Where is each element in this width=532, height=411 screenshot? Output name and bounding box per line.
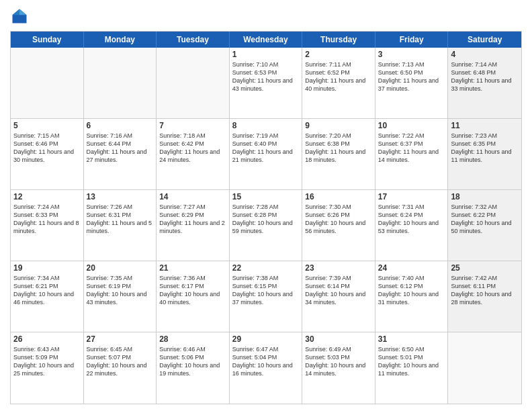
calendar-cell: 23 Sunrise: 7:39 AMSunset: 6:14 PMDaylig… [302, 261, 375, 332]
calendar-cell: 6 Sunrise: 7:16 AMSunset: 6:44 PMDayligh… [84, 119, 157, 189]
day-number: 11 [451, 121, 519, 130]
day-number: 22 [232, 263, 300, 273]
day-number: 18 [451, 192, 519, 201]
cell-info: Sunrise: 7:10 AMSunset: 6:53 PMDaylight:… [232, 61, 293, 92]
day-number: 23 [305, 263, 372, 273]
day-number: 17 [378, 192, 445, 201]
cell-info: Sunrise: 7:39 AMSunset: 6:14 PMDaylight:… [305, 275, 365, 306]
calendar-cell [157, 48, 230, 118]
day-number: 26 [13, 334, 81, 344]
day-number: 16 [305, 192, 372, 201]
day-number: 5 [13, 121, 81, 130]
day-number: 7 [159, 121, 226, 130]
day-number: 2 [305, 50, 372, 59]
day-number: 3 [378, 50, 445, 59]
calendar-row: 19 Sunrise: 7:34 AMSunset: 6:21 PMDaylig… [11, 261, 521, 332]
day-number: 10 [378, 121, 445, 130]
calendar-cell: 27 Sunrise: 6:45 AMSunset: 5:07 PMDaylig… [84, 332, 157, 404]
day-number: 31 [378, 334, 445, 344]
calendar-cell: 30 Sunrise: 6:49 AMSunset: 5:03 PMDaylig… [302, 332, 375, 404]
calendar-cell: 5 Sunrise: 7:15 AMSunset: 6:46 PMDayligh… [11, 119, 84, 189]
cell-info: Sunrise: 6:43 AMSunset: 5:09 PMDaylight:… [13, 346, 74, 377]
day-number: 25 [451, 263, 519, 273]
day-number: 14 [159, 192, 226, 201]
day-number: 19 [13, 263, 81, 273]
cell-info: Sunrise: 6:45 AMSunset: 5:07 PMDaylight:… [87, 346, 147, 377]
page-header [10, 7, 522, 26]
calendar-cell: 16 Sunrise: 7:30 AMSunset: 6:26 PMDaylig… [302, 190, 375, 261]
cell-info: Sunrise: 7:40 AMSunset: 6:12 PMDaylight:… [378, 275, 439, 306]
cell-info: Sunrise: 7:16 AMSunset: 6:44 PMDaylight:… [87, 132, 147, 163]
calendar-cell: 26 Sunrise: 6:43 AMSunset: 5:09 PMDaylig… [11, 332, 84, 404]
calendar-row: 12 Sunrise: 7:24 AMSunset: 6:33 PMDaylig… [11, 190, 521, 261]
calendar-cell: 17 Sunrise: 7:31 AMSunset: 6:24 PMDaylig… [375, 190, 449, 261]
cell-info: Sunrise: 7:42 AMSunset: 6:11 PMDaylight:… [451, 275, 511, 306]
calendar-cell [448, 332, 521, 404]
calendar-cell [11, 48, 84, 118]
calendar-cell: 21 Sunrise: 7:36 AMSunset: 6:17 PMDaylig… [157, 261, 230, 332]
calendar-cell: 31 Sunrise: 6:50 AMSunset: 5:01 PMDaylig… [375, 332, 449, 404]
day-number: 9 [305, 121, 372, 130]
cell-info: Sunrise: 7:34 AMSunset: 6:21 PMDaylight:… [13, 275, 74, 306]
day-number: 6 [87, 121, 154, 130]
cell-info: Sunrise: 6:46 AMSunset: 5:06 PMDaylight:… [159, 346, 220, 377]
weekday-header: Saturday [448, 32, 521, 48]
calendar-cell: 11 Sunrise: 7:23 AMSunset: 6:35 PMDaylig… [448, 119, 521, 189]
calendar: SundayMondayTuesdayWednesdayThursdayFrid… [10, 31, 522, 404]
calendar-cell: 28 Sunrise: 6:46 AMSunset: 5:06 PMDaylig… [157, 332, 230, 404]
svg-marker-2 [13, 9, 20, 15]
calendar-cell: 18 Sunrise: 7:32 AMSunset: 6:22 PMDaylig… [448, 190, 521, 261]
day-number: 27 [87, 334, 154, 344]
day-number: 13 [87, 192, 154, 201]
day-number: 4 [451, 50, 519, 59]
calendar-cell: 24 Sunrise: 7:40 AMSunset: 6:12 PMDaylig… [375, 261, 449, 332]
svg-marker-1 [19, 9, 27, 15]
calendar-cell: 29 Sunrise: 6:47 AMSunset: 5:04 PMDaylig… [230, 332, 303, 404]
day-number: 15 [232, 192, 300, 201]
cell-info: Sunrise: 7:36 AMSunset: 6:17 PMDaylight:… [159, 275, 220, 306]
cell-info: Sunrise: 6:49 AMSunset: 5:03 PMDaylight:… [305, 346, 365, 377]
logo [10, 7, 32, 26]
calendar-row: 1 Sunrise: 7:10 AMSunset: 6:53 PMDayligh… [11, 48, 521, 119]
cell-info: Sunrise: 7:35 AMSunset: 6:19 PMDaylight:… [87, 275, 147, 306]
cell-info: Sunrise: 7:11 AMSunset: 6:52 PMDaylight:… [305, 61, 365, 92]
calendar-cell [84, 48, 157, 118]
calendar-cell: 7 Sunrise: 7:18 AMSunset: 6:42 PMDayligh… [157, 119, 230, 189]
calendar-cell: 9 Sunrise: 7:20 AMSunset: 6:38 PMDayligh… [302, 119, 375, 189]
calendar-header: SundayMondayTuesdayWednesdayThursdayFrid… [11, 32, 521, 48]
calendar-row: 5 Sunrise: 7:15 AMSunset: 6:46 PMDayligh… [11, 119, 521, 190]
calendar-cell: 10 Sunrise: 7:22 AMSunset: 6:37 PMDaylig… [375, 119, 449, 189]
cell-info: Sunrise: 7:23 AMSunset: 6:35 PMDaylight:… [451, 132, 511, 163]
cell-info: Sunrise: 7:32 AMSunset: 6:22 PMDaylight:… [451, 203, 511, 234]
cell-info: Sunrise: 7:19 AMSunset: 6:40 PMDaylight:… [232, 132, 293, 163]
cell-info: Sunrise: 7:38 AMSunset: 6:15 PMDaylight:… [232, 275, 293, 306]
calendar-cell: 8 Sunrise: 7:19 AMSunset: 6:40 PMDayligh… [230, 119, 303, 189]
cell-info: Sunrise: 7:26 AMSunset: 6:31 PMDaylight:… [87, 203, 152, 234]
cell-info: Sunrise: 6:50 AMSunset: 5:01 PMDaylight:… [378, 346, 439, 377]
calendar-cell: 22 Sunrise: 7:38 AMSunset: 6:15 PMDaylig… [230, 261, 303, 332]
calendar-row: 26 Sunrise: 6:43 AMSunset: 5:09 PMDaylig… [11, 332, 521, 404]
cell-info: Sunrise: 7:20 AMSunset: 6:38 PMDaylight:… [305, 132, 365, 163]
cell-info: Sunrise: 7:30 AMSunset: 6:26 PMDaylight:… [305, 203, 365, 234]
weekday-header: Thursday [302, 32, 375, 48]
calendar-cell: 20 Sunrise: 7:35 AMSunset: 6:19 PMDaylig… [84, 261, 157, 332]
weekday-header: Tuesday [157, 32, 230, 48]
logo-icon [10, 7, 29, 26]
day-number: 30 [305, 334, 372, 344]
day-number: 1 [232, 50, 300, 59]
cell-info: Sunrise: 7:31 AMSunset: 6:24 PMDaylight:… [378, 203, 439, 234]
day-number: 8 [232, 121, 300, 130]
calendar-cell: 25 Sunrise: 7:42 AMSunset: 6:11 PMDaylig… [448, 261, 521, 332]
day-number: 29 [232, 334, 300, 344]
weekday-header: Friday [375, 32, 449, 48]
calendar-body: 1 Sunrise: 7:10 AMSunset: 6:53 PMDayligh… [11, 48, 521, 404]
day-number: 12 [13, 192, 81, 201]
cell-info: Sunrise: 7:27 AMSunset: 6:29 PMDaylight:… [159, 203, 225, 234]
cell-info: Sunrise: 7:15 AMSunset: 6:46 PMDaylight:… [13, 132, 74, 163]
cell-info: Sunrise: 7:14 AMSunset: 6:48 PMDaylight:… [451, 61, 511, 92]
weekday-header: Sunday [11, 32, 84, 48]
calendar-cell: 19 Sunrise: 7:34 AMSunset: 6:21 PMDaylig… [11, 261, 84, 332]
calendar-cell: 13 Sunrise: 7:26 AMSunset: 6:31 PMDaylig… [84, 190, 157, 261]
cell-info: Sunrise: 7:24 AMSunset: 6:33 PMDaylight:… [13, 203, 79, 234]
cell-info: Sunrise: 6:47 AMSunset: 5:04 PMDaylight:… [232, 346, 293, 377]
